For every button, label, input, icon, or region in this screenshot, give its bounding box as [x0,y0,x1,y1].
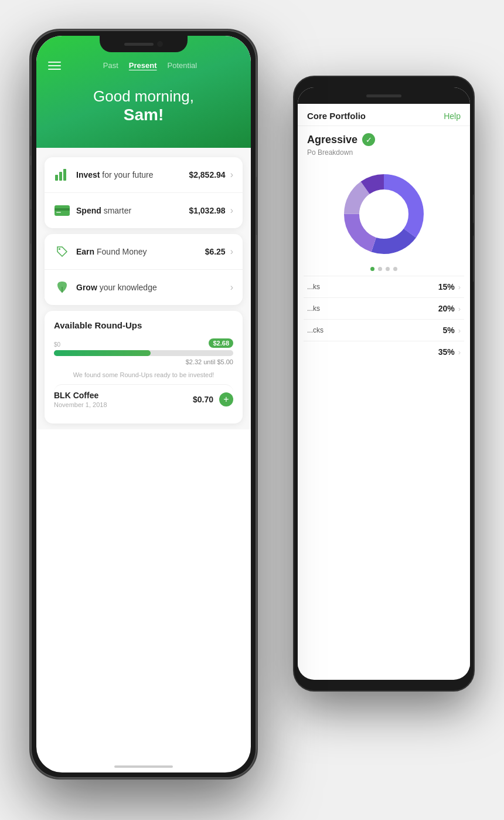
spend-row-left: Spend smarter [54,202,131,219]
allocation-row-2[interactable]: ...ks 20% › [304,297,464,319]
spend-label: Spend smarter [76,206,131,215]
earn-chevron: › [230,246,233,257]
transaction-merchant: BLK Coffee [54,391,107,400]
scene: Core Portfolio Help Agressive ✓ Po Break… [29,29,475,791]
front-btn-left1 [29,135,31,156]
spend-value: $1,032.98 [189,206,225,215]
back-screen-header: Core Portfolio Help [298,104,470,126]
hamburger-icon[interactable] [48,62,61,70]
greeting-line1: Good morning, [48,87,239,106]
alloc-chevron-2: › [458,304,461,313]
alloc-pct-4: 35% [438,347,455,357]
nav-tabs: Past Present Potential [61,61,239,70]
debit-icon [54,202,70,219]
invest-row-right: $2,852.94 › [189,170,233,180]
nav-tab-potential[interactable]: Potential [168,61,197,70]
back-check-icon: ✓ [362,133,375,146]
alloc-chevron-1: › [458,283,461,292]
progress-bar-track [54,350,233,356]
hamburger-line-2 [48,65,61,66]
allocation-row-4[interactable]: 35% › [304,341,464,362]
alloc-pct-1: 15% [438,282,455,292]
grow-row[interactable]: Grow your knowledge › [45,269,243,305]
earn-row-left: Earn Found Money [54,243,147,260]
back-breakdown-label: Po Breakdown [307,148,461,157]
nav-tab-present[interactable]: Present [129,61,157,70]
back-donut-chart [337,167,431,261]
invest-row[interactable]: Invest for your future $2,852.94 › [45,157,243,192]
back-phone-top-bar [298,87,470,104]
hamburger-line-3 [48,69,61,70]
back-aggressive-section: Agressive ✓ Po Breakdown [298,126,470,161]
alloc-label-2: ...ks [307,304,438,313]
secondary-card: Earn Found Money $6.25 › [45,234,243,305]
plus-icon[interactable]: + [219,392,233,406]
back-help-button[interactable]: Help [444,111,461,121]
front-btn-left3 [29,209,31,244]
earn-value: $6.25 [205,247,226,256]
svg-rect-9 [55,208,70,211]
alloc-chevron-4: › [458,348,461,357]
grow-chevron: › [230,282,233,293]
transaction-right: $0.70 + [193,392,233,406]
back-aggressive-label: Agressive [307,134,357,146]
back-phone-btn-right [473,194,475,223]
allocation-row-1[interactable]: ...ks 15% › [304,276,464,297]
progress-badge: $2.68 [209,338,233,348]
back-pagination-dots [298,265,470,276]
spend-row[interactable]: Spend smarter $1,032.98 › [45,192,243,228]
back-core-portfolio-title: Core Portfolio [307,111,366,121]
hamburger-line-1 [48,62,61,63]
grow-row-left: Grow your knowledge [54,279,157,296]
pagination-dot-3[interactable] [386,267,390,271]
alloc-label-3: ...cks [307,326,442,334]
main-card: Invest for your future $2,852.94 › [45,157,243,228]
back-aggressive-row: Agressive ✓ [307,133,461,146]
pagination-dot-1[interactable] [370,267,374,271]
transaction-card[interactable]: BLK Coffee November 1, 2018 $0.70 + [54,384,233,408]
nav-tab-past[interactable]: Past [103,61,118,70]
greeting-line2: Sam! [48,106,239,124]
pagination-dot-2[interactable] [378,267,382,271]
leaf-icon [54,279,70,296]
notch-camera [157,41,163,47]
earn-label: Earn Found Money [76,247,147,256]
alloc-label-1: ...ks [307,283,438,291]
earn-tag-svg [56,246,68,257]
allocation-row-3[interactable]: ...cks 5% › [304,319,464,341]
grow-leaf-svg [56,281,68,294]
svg-rect-5 [55,175,58,181]
svg-rect-6 [59,172,62,181]
back-phone-screen: Core Portfolio Help Agressive ✓ Po Break… [298,104,470,668]
back-donut-container [298,161,470,265]
transaction-amount: $0.70 [193,395,213,404]
alloc-pct-3: 5% [442,326,454,335]
svg-rect-7 [63,169,66,181]
invest-value: $2,852.94 [189,170,225,179]
pagination-dot-4[interactable] [393,267,397,271]
notch [100,36,188,52]
invest-chevron: › [230,170,233,180]
back-phone-speaker [366,94,401,97]
earn-row[interactable]: Earn Found Money $6.25 › [45,234,243,269]
progress-bar-fill [54,350,151,356]
spend-card-svg [55,205,70,216]
back-allocation-list: ...ks 15% › ...ks 20% › ...cks 5% › [298,276,470,362]
front-screen: Past Present Potential Good morning, Sam… [36,36,251,772]
alloc-pct-2: 20% [438,304,455,313]
progress-until: $2.32 until $5.00 [54,358,233,365]
spend-chevron: › [230,205,233,216]
spend-row-right: $1,032.98 › [189,205,233,216]
front-phone-inner: Past Present Potential Good morning, Sam… [36,36,251,772]
grow-label: Grow your knowledge [76,283,157,292]
transaction-date: November 1, 2018 [54,401,107,408]
roundups-card: Available Round-Ups $0 $2.68 $2.32 until… [45,311,243,423]
cards-section: Invest for your future $2,852.94 › [36,148,251,429]
front-btn-right [256,177,258,235]
earn-row-right: $6.25 › [205,246,233,257]
invest-label: Invest for your future [76,170,154,179]
greeting: Good morning, Sam! [48,87,239,124]
back-phone-btn-right2 [473,235,475,282]
home-indicator [114,765,173,768]
front-btn-left2 [29,165,31,200]
